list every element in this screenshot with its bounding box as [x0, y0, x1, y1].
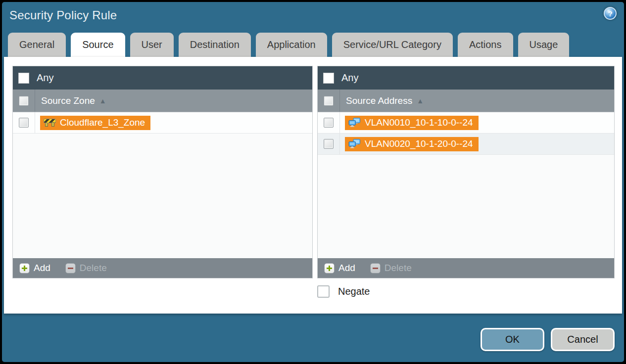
dialog-button-bar: OK Cancel [481, 328, 615, 351]
tab-usage[interactable]: Usage [518, 33, 570, 57]
table-row[interactable]: VLAN0020_10-1-20-0--24 [318, 134, 614, 155]
add-zone-button[interactable]: Add [19, 263, 50, 273]
source-address-any-header: Any [318, 66, 614, 90]
tab-bar: General Source User Destination Applicat… [8, 33, 618, 57]
source-address-panel: Any Source Address ▲ [317, 66, 615, 278]
address-chip[interactable]: VLAN0020_10-1-20-0--24 [345, 137, 479, 151]
source-zone-any-checkbox[interactable] [18, 73, 29, 84]
delete-icon [370, 263, 381, 273]
address-icon [348, 118, 361, 127]
source-address-any-checkbox[interactable] [323, 73, 334, 84]
delete-zone-button[interactable]: Delete [65, 263, 107, 273]
dialog-title: Security Policy Rule [9, 8, 117, 22]
cancel-button[interactable]: Cancel [551, 328, 615, 351]
tab-service-url-category[interactable]: Service/URL Category [332, 33, 453, 57]
tab-general[interactable]: General [8, 33, 66, 57]
source-zone-column-label: Source Zone [41, 95, 95, 106]
tab-actions[interactable]: Actions [458, 33, 513, 57]
delete-icon [65, 263, 76, 273]
tab-user[interactable]: User [130, 33, 174, 57]
row-checkbox[interactable] [324, 118, 334, 128]
tab-destination[interactable]: Destination [179, 33, 251, 57]
add-button-label: Add [34, 263, 50, 273]
source-zone-panel: Any Source Zone ▲ [12, 66, 313, 278]
source-address-select-all-cell [318, 90, 340, 112]
zone-chip-label: Cloudflare_L3_Zone [60, 117, 145, 128]
source-zone-column-header[interactable]: Source Zone ▲ [13, 90, 312, 112]
source-address-column-label: Source Address [346, 95, 412, 106]
dialog-background: Security Policy Rule ? General Source Us… [2, 2, 624, 362]
address-icon [348, 139, 361, 148]
delete-address-button[interactable]: Delete [370, 263, 412, 273]
add-icon [324, 263, 335, 273]
delete-button-label: Delete [385, 263, 412, 273]
row-checkbox-cell [13, 112, 35, 133]
source-zone-select-all-cell [13, 90, 35, 112]
tab-application[interactable]: Application [256, 33, 327, 57]
sort-asc-icon[interactable]: ▲ [417, 97, 424, 105]
row-checkbox[interactable] [324, 139, 334, 149]
zone-icon [44, 118, 56, 127]
sort-asc-icon[interactable]: ▲ [99, 97, 106, 105]
source-zone-select-all-checkbox[interactable] [19, 96, 29, 106]
titlebar: Security Policy Rule ? [2, 2, 624, 33]
table-row[interactable]: Cloudflare_L3_Zone [13, 112, 312, 134]
negate-row: Negate [317, 285, 370, 298]
table-row[interactable]: VLAN0010_10-1-10-0--24 [318, 112, 614, 134]
tab-content-source: Any Source Zone ▲ [4, 57, 622, 314]
source-zone-footer: Add Delete [13, 258, 312, 278]
row-checkbox[interactable] [19, 118, 29, 128]
source-address-column-header[interactable]: Source Address ▲ [318, 90, 614, 112]
address-chip-label: VLAN0010_10-1-10-0--24 [365, 117, 473, 128]
row-checkbox-cell [318, 134, 340, 154]
help-icon[interactable]: ? [604, 7, 617, 20]
address-chip-label: VLAN0020_10-1-20-0--24 [365, 138, 473, 149]
address-chip[interactable]: VLAN0010_10-1-10-0--24 [345, 116, 479, 130]
row-checkbox-cell [318, 112, 340, 133]
tab-source[interactable]: Source [71, 33, 125, 57]
add-icon [19, 263, 30, 273]
source-zone-list: Cloudflare_L3_Zone [13, 112, 312, 258]
source-address-select-all-checkbox[interactable] [324, 96, 334, 106]
zone-chip[interactable]: Cloudflare_L3_Zone [40, 116, 150, 130]
source-zone-any-label: Any [37, 72, 53, 84]
source-address-list: VLAN0010_10-1-10-0--24 [318, 112, 614, 258]
security-policy-rule-dialog: Security Policy Rule ? General Source Us… [0, 0, 626, 364]
source-address-footer: Add Delete [318, 258, 614, 278]
add-button-label: Add [338, 263, 355, 273]
delete-button-label: Delete [80, 263, 107, 273]
source-zone-any-header: Any [13, 66, 312, 90]
negate-checkbox[interactable] [317, 285, 330, 298]
ok-button[interactable]: OK [481, 328, 544, 351]
add-address-button[interactable]: Add [324, 263, 355, 273]
source-address-any-label: Any [341, 72, 358, 84]
negate-label: Negate [338, 286, 370, 297]
